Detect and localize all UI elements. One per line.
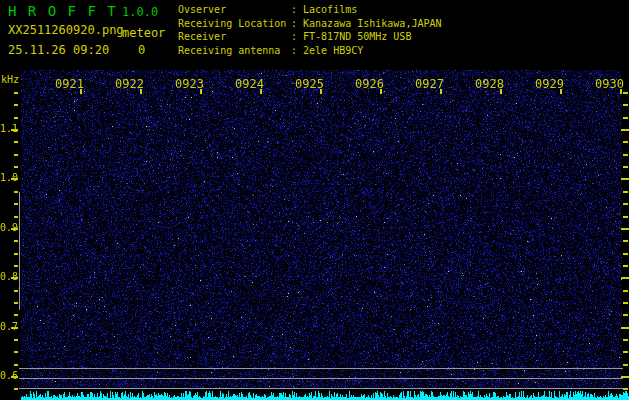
freq-axis-label: 0.8: [0, 271, 17, 282]
minute-tick: [560, 89, 562, 94]
freq-minor-tick: [623, 141, 628, 143]
hrofft-window: H R O F F T 1.0.0 XX2511260920.png meteo…: [0, 0, 629, 400]
freq-minor-tick: [623, 351, 628, 353]
freq-minor-tick: [14, 314, 18, 316]
mode-label: meteor: [122, 26, 165, 40]
freq-minor-tick: [14, 351, 18, 353]
freq-minor-tick: [623, 302, 628, 304]
vertical-marker-line: [19, 192, 20, 310]
spectrogram-canvas: [21, 70, 622, 388]
freq-minor-tick: [14, 191, 18, 193]
freq-minor-tick: [14, 265, 18, 267]
app-title: H R O F F T: [8, 3, 117, 19]
freq-minor-tick: [623, 92, 628, 94]
output-filename: XX2511260920.png: [8, 23, 124, 37]
minute-tick: [80, 89, 82, 94]
app-version: 1.0.0: [122, 5, 158, 19]
freq-minor-tick: [623, 203, 628, 205]
freq-minor-tick: [623, 154, 628, 156]
freq-major-tick: [621, 178, 629, 180]
minute-tick: [320, 89, 322, 94]
freq-minor-tick: [623, 240, 628, 242]
freq-minor-tick: [623, 166, 628, 168]
datetime-label: 25.11.26 09:20: [8, 43, 109, 57]
freq-axis-label: 0.7: [0, 321, 17, 332]
minute-tick: [140, 89, 142, 94]
station-info-value: : FT-817ND 50MHz USB: [291, 31, 411, 42]
minute-tick: [500, 89, 502, 94]
station-info-row: Receiving Location: Kanazawa Ishikawa,JA…: [178, 17, 442, 31]
signal-level-strip: [21, 391, 629, 400]
freq-axis-label: 0.9: [0, 222, 17, 233]
freq-minor-tick: [623, 191, 628, 193]
freq-axis-label: 0.6: [0, 370, 17, 381]
freq-axis-unit: kHz: [1, 74, 19, 85]
station-info-value: : Kanazawa Ishikawa,JAPAN: [291, 18, 442, 29]
station-info-block: Ovserver: LacofilmsReceiving Location: K…: [178, 3, 442, 57]
freq-minor-tick: [14, 154, 18, 156]
reference-line-lower: [19, 388, 623, 389]
minute-tick: [440, 89, 442, 94]
minute-tick: [620, 89, 622, 94]
freq-minor-tick: [14, 104, 18, 106]
freq-major-tick: [621, 228, 629, 230]
freq-minor-tick: [623, 290, 628, 292]
freq-minor-tick: [623, 265, 628, 267]
freq-minor-tick: [14, 339, 18, 341]
station-info-label: Receiving antenna: [178, 44, 291, 58]
freq-minor-tick: [623, 364, 628, 366]
station-info-label: Ovserver: [178, 3, 291, 17]
freq-minor-tick: [14, 216, 18, 218]
freq-axis-label: 1.0: [0, 172, 17, 183]
minute-tick: [380, 89, 382, 94]
freq-minor-tick: [623, 339, 628, 341]
reference-line-upper: [19, 368, 623, 369]
freq-minor-tick: [14, 141, 18, 143]
station-info-label: Receiver: [178, 30, 291, 44]
freq-minor-tick: [14, 290, 18, 292]
station-info-value: : 2ele HB9CY: [291, 45, 363, 56]
freq-major-tick: [621, 327, 629, 329]
station-info-row: Receiving antenna: 2ele HB9CY: [178, 44, 442, 58]
freq-minor-tick: [623, 117, 628, 119]
freq-major-tick: [621, 129, 629, 131]
freq-minor-tick: [623, 216, 628, 218]
freq-minor-tick: [623, 388, 628, 390]
minute-tick: [260, 89, 262, 94]
freq-minor-tick: [14, 388, 18, 390]
station-info-row: Receiver: FT-817ND 50MHz USB: [178, 30, 442, 44]
freq-minor-tick: [14, 240, 18, 242]
freq-major-tick: [621, 277, 629, 279]
freq-minor-tick: [623, 104, 628, 106]
freq-minor-tick: [623, 253, 628, 255]
freq-minor-tick: [14, 364, 18, 366]
station-info-label: Receiving Location: [178, 17, 291, 31]
freq-minor-tick: [14, 203, 18, 205]
minute-tick: [200, 89, 202, 94]
freq-minor-tick: [14, 253, 18, 255]
reference-line-center: [19, 378, 623, 379]
freq-minor-tick: [14, 302, 18, 304]
freq-minor-tick: [14, 117, 18, 119]
freq-minor-tick: [623, 314, 628, 316]
station-info-value: : Lacofilms: [291, 4, 357, 15]
station-info-row: Ovserver: Lacofilms: [178, 3, 442, 17]
freq-axis-label: 1.1: [0, 123, 17, 134]
meteor-count: 0: [138, 43, 145, 57]
freq-minor-tick: [14, 92, 18, 94]
freq-minor-tick: [14, 166, 18, 168]
